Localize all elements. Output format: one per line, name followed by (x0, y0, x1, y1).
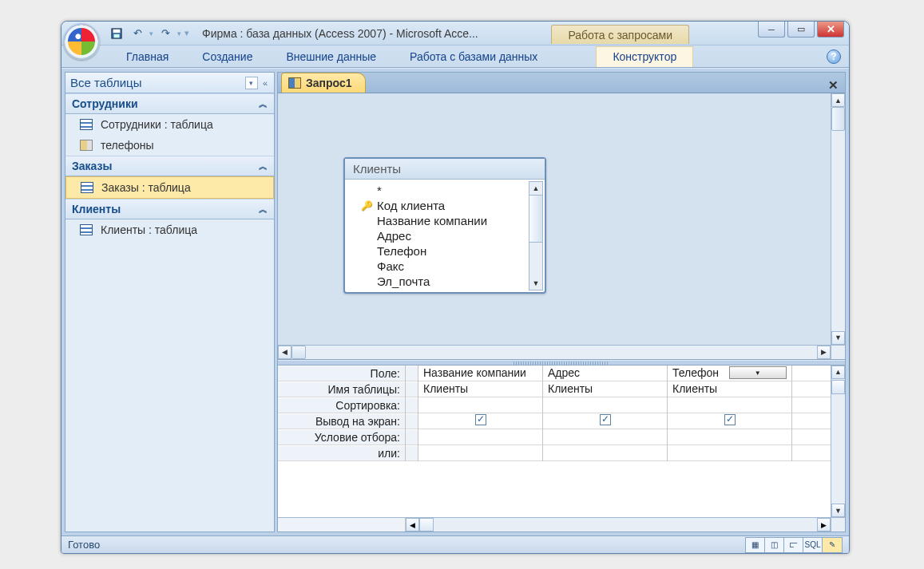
svg-rect-2 (114, 34, 120, 37)
scroll-left-icon[interactable]: ◀ (406, 518, 419, 531)
scroll-left-icon[interactable]: ◀ (278, 346, 291, 359)
vertical-scrollbar[interactable]: ▲ ▼ (831, 93, 845, 345)
query-design-surface[interactable]: Клиенты * 🔑Код клиента Название компании… (278, 93, 845, 360)
dropdown-icon[interactable]: ▾ (149, 30, 153, 38)
qbe-cell-criteria[interactable] (418, 429, 542, 445)
qbe-cell-sort[interactable] (668, 397, 791, 413)
nav-group-label: Сотрудники (72, 97, 138, 110)
chevron-up-icon: ︽ (259, 203, 268, 215)
view-design-button[interactable]: ✎ (823, 538, 842, 552)
field-list-scrollbar[interactable]: ▲ ▼ (529, 181, 543, 290)
scroll-thumb[interactable] (529, 195, 542, 243)
dropdown-icon[interactable]: ▾ (177, 30, 181, 38)
tab-external-data[interactable]: Внешние данные (269, 46, 393, 67)
view-sql-button[interactable]: SQL (803, 538, 823, 552)
horizontal-splitter[interactable] (278, 360, 845, 366)
qbe-cell-table[interactable]: Клиенты (668, 381, 791, 397)
checkbox-checked-icon[interactable] (724, 414, 736, 425)
help-button[interactable]: ? (827, 49, 841, 64)
nav-pane-title: Все таблицы (70, 76, 245, 89)
field-list-item[interactable]: Название компании (345, 213, 545, 228)
scroll-thumb[interactable] (831, 107, 845, 131)
customize-qat-icon[interactable]: ▾ (184, 28, 189, 38)
qbe-row-selectors[interactable] (406, 366, 418, 461)
tab-home[interactable]: Главная (109, 46, 185, 67)
scroll-up-icon[interactable]: ▲ (831, 93, 845, 107)
nav-item-clients-table[interactable]: Клиенты : таблица (65, 219, 274, 240)
scroll-right-icon[interactable]: ▶ (817, 518, 831, 531)
qbe-cell-field[interactable]: Телефон▼ (668, 366, 791, 381)
qbe-cell-sort[interactable] (418, 397, 542, 413)
qbe-column[interactable]: Адрес Клиенты (543, 366, 668, 461)
scroll-thumb[interactable] (831, 380, 845, 394)
qbe-cell-or[interactable] (543, 445, 667, 461)
qbe-cell-or[interactable] (418, 445, 542, 461)
nav-group-label: Заказы (72, 160, 112, 172)
field-list-item[interactable]: Адрес (345, 228, 545, 243)
horizontal-scrollbar[interactable]: ◀ ▶ (278, 345, 831, 359)
redo-button[interactable]: ↷ (157, 26, 174, 41)
qbe-label-show: Вывод на экран: (278, 413, 405, 429)
scroll-thumb[interactable] (419, 518, 434, 531)
nav-pane-header[interactable]: Все таблицы ▾ « (65, 73, 274, 93)
qbe-cell-field[interactable]: Адрес (543, 366, 667, 381)
scroll-down-icon[interactable]: ▼ (831, 504, 845, 517)
close-button[interactable]: ✕ (817, 22, 844, 38)
field-list-item[interactable]: Телефон (345, 243, 545, 259)
qbe-cell-sort[interactable] (543, 397, 667, 413)
tab-database-tools[interactable]: Работа с базами данных (393, 46, 554, 67)
field-list-clients[interactable]: Клиенты * 🔑Код клиента Название компании… (343, 157, 546, 294)
qbe-column[interactable]: Название компании Клиенты (418, 366, 543, 461)
checkbox-checked-icon[interactable] (475, 414, 486, 425)
scroll-down-icon[interactable]: ▼ (529, 277, 542, 290)
qbe-horizontal-scrollbar[interactable]: ◀ ▶ (406, 517, 831, 531)
qbe-cell-criteria[interactable] (543, 429, 667, 445)
view-pivotchart-button[interactable]: ⫍ (784, 538, 803, 552)
nav-item-label: Клиенты : таблица (101, 223, 197, 236)
nav-item-label: Заказы : таблица (101, 181, 191, 194)
field-list-item[interactable]: 🔑Код клиента (345, 198, 545, 213)
scroll-right-icon[interactable]: ▶ (817, 346, 831, 359)
qbe-cell-table[interactable]: Клиенты (543, 381, 667, 397)
document-close-button[interactable]: ✕ (828, 78, 839, 93)
nav-group-employees[interactable]: Сотрудники ︽ (65, 93, 274, 114)
nav-group-label: Клиенты (72, 203, 121, 215)
chevron-up-icon: ︽ (259, 160, 268, 172)
undo-button[interactable]: ↶ (129, 26, 146, 41)
nav-item-employees-table[interactable]: Сотрудники : таблица (65, 114, 274, 135)
maximize-button[interactable]: ▭ (787, 22, 815, 38)
nav-item-orders-table[interactable]: Заказы : таблица (65, 176, 274, 199)
checkbox-checked-icon[interactable] (600, 414, 611, 425)
qbe-cell-criteria[interactable] (668, 429, 791, 445)
qbe-cell-field[interactable]: Название компании (418, 366, 542, 381)
qbe-cell-show[interactable] (668, 413, 791, 429)
minimize-button[interactable]: ─ (758, 22, 785, 38)
dropdown-icon[interactable]: ▼ (729, 366, 787, 379)
view-pivottable-button[interactable]: ◫ (765, 538, 784, 552)
nav-group-orders[interactable]: Заказы ︽ (65, 156, 274, 176)
nav-group-clients[interactable]: Клиенты ︽ (65, 199, 274, 219)
tab-create[interactable]: Создание (185, 46, 269, 67)
field-list-item[interactable]: Факс (345, 259, 545, 274)
nav-item-phones-query[interactable]: телефоны (65, 135, 274, 156)
scroll-down-icon[interactable]: ▼ (831, 331, 845, 345)
qbe-column[interactable]: Телефон▼ Клиенты (668, 366, 792, 461)
office-button[interactable] (63, 23, 100, 60)
qbe-cell-show[interactable] (543, 413, 667, 429)
scroll-up-icon[interactable]: ▲ (831, 366, 845, 379)
scroll-up-icon[interactable]: ▲ (529, 182, 542, 195)
qbe-cell-or[interactable] (668, 445, 791, 461)
save-button[interactable] (108, 26, 125, 41)
tab-design[interactable]: Конструктор (596, 46, 693, 67)
scroll-thumb[interactable] (291, 346, 306, 359)
qbe-vertical-scrollbar[interactable]: ▲ ▼ (831, 366, 845, 517)
qbe-cell-show[interactable] (418, 413, 542, 429)
qbe-cell-table[interactable]: Клиенты (418, 381, 542, 397)
table-icon (81, 182, 93, 193)
nav-collapse-button[interactable]: « (261, 78, 269, 88)
field-list-item[interactable]: Эл_почта (345, 274, 545, 289)
document-tab-query1[interactable]: Запрос1 (281, 73, 366, 93)
nav-filter-dropdown-icon[interactable]: ▾ (245, 77, 258, 89)
view-datasheet-button[interactable]: ▦ (746, 538, 765, 552)
field-list-item[interactable]: * (345, 183, 545, 198)
